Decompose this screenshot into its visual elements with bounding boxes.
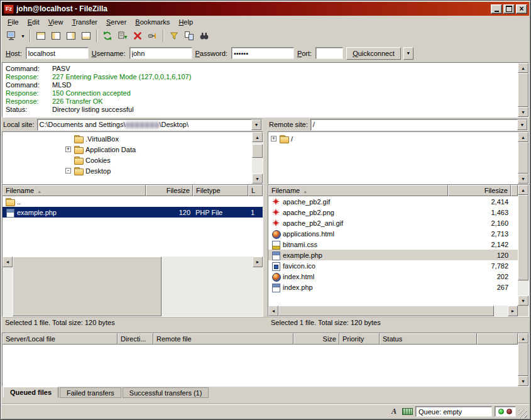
queue-column-priority[interactable]: Priority [339,333,380,345]
column-header-filetype[interactable]: Filetype [193,185,248,196]
menu-edit[interactable]: Edit [23,17,44,27]
scroll-up-button[interactable] [518,185,528,195]
scroll-thumb[interactable] [518,142,528,174]
scroll-track[interactable] [518,73,528,107]
scroll-left-button[interactable] [3,257,13,267]
scroll-down-button[interactable] [518,107,528,117]
scroll-thumb[interactable] [518,73,528,107]
scroll-down-button[interactable] [252,174,263,184]
column-header-last-modified[interactable]: L [248,185,263,196]
cancel-button[interactable] [130,29,145,43]
expand-icon[interactable]: + [65,146,71,152]
vertical-splitter[interactable] [263,184,268,317]
queue-scrollbar[interactable] [518,333,528,386]
column-header-filename[interactable]: Filename [268,185,448,196]
encryption-indicator-icon[interactable] [402,408,413,415]
scroll-thumb[interactable] [518,195,528,280]
transfer-type-icon[interactable] [388,407,400,417]
scroll-right-button[interactable] [508,306,518,316]
file-row[interactable]: apache_pb2.gif2,414 [268,196,518,207]
vertical-splitter[interactable] [263,118,268,184]
collapse-icon[interactable]: - [65,168,71,174]
filter-button[interactable] [167,29,182,43]
filezilla-logo-icon[interactable] [4,4,14,14]
host-input[interactable] [26,47,89,59]
menu-bookmarks[interactable]: Bookmarks [131,17,174,27]
queue-column-remote-file[interactable]: Remote file [153,333,293,345]
site-manager-button[interactable] [4,29,19,43]
remote-path-combobox[interactable]: / [310,119,528,131]
file-row-highlighted[interactable]: example.php120 [268,250,518,260]
file-row[interactable]: applications.html2,713 [268,228,518,239]
local-list-hscrollbar[interactable] [3,257,263,317]
tree-item-cookies[interactable]: Cookies [3,155,252,165]
column-header-filename[interactable]: Filename [3,185,146,196]
process-queue-button[interactable] [115,29,130,43]
menu-help[interactable]: Help [174,17,197,27]
menu-server[interactable]: Server [102,17,131,27]
scroll-down-button[interactable] [518,296,528,306]
menu-view[interactable]: View [44,17,68,27]
column-header-filesize[interactable]: Filesize [146,185,193,196]
menu-file[interactable]: File [3,17,23,27]
local-path-text[interactable]: C:\Documents and Settings\\Desktop\ [38,119,251,130]
compare-button[interactable] [182,29,197,43]
remote-path-text[interactable]: / [311,119,517,130]
quickconnect-dropdown-button[interactable] [403,47,413,60]
scroll-up-button[interactable] [252,132,263,142]
file-row[interactable]: apache_pb2.png1,463 [268,207,518,218]
queue-column-status[interactable]: Status [380,333,477,345]
remote-tree-scrollbar[interactable] [518,132,528,184]
scroll-down-button[interactable] [518,174,528,184]
refresh-button[interactable] [100,29,115,43]
queue-column-direction[interactable]: Directi... [118,333,153,345]
column-header-filesize[interactable]: Filesize [448,185,511,196]
scroll-thumb[interactable] [252,144,263,158]
file-row[interactable]: index.php267 [268,282,518,292]
local-path-dropdown-button[interactable] [251,119,261,130]
scroll-track[interactable] [518,142,528,174]
scroll-thumb[interactable] [278,306,494,316]
file-row-selected[interactable]: example.php 120 PHP File 1 [3,207,263,218]
password-input[interactable] [231,47,294,59]
file-row[interactable]: bitnami.css2,142 [268,239,518,250]
file-row[interactable]: apache_pb2_ani.gif2,160 [268,218,518,228]
toggle-queue-button[interactable] [79,29,94,43]
tree-item-virtualbox[interactable]: .VirtualBox [3,133,252,144]
quickconnect-button[interactable]: Quickconnect [346,47,401,60]
scroll-thumb[interactable] [518,343,528,376]
scroll-down-button[interactable] [518,376,528,386]
close-button[interactable] [516,4,527,14]
queue-column-server-local-file[interactable]: Server/Local file [3,333,118,345]
toggle-message-log-button[interactable] [33,29,48,43]
scroll-track[interactable] [252,142,263,174]
maximize-button[interactable] [503,4,515,14]
horizontal-splitter[interactable] [2,328,529,333]
toggle-local-tree-button[interactable] [48,29,63,43]
remote-path-dropdown-button[interactable] [517,119,527,130]
scroll-up-button[interactable] [518,63,528,73]
scroll-track[interactable] [278,306,508,316]
port-input[interactable] [315,47,343,59]
remote-list-scrollbar[interactable] [518,185,528,306]
tree-item-application-data[interactable]: +Application Data [3,144,252,155]
disconnect-button[interactable] [145,29,160,43]
file-row-parent-dir[interactable]: .. [3,196,263,207]
toggle-remote-tree-button[interactable] [63,29,79,43]
scroll-up-button[interactable] [518,333,528,343]
scroll-track[interactable] [518,195,528,296]
tree-item-desktop[interactable]: -Desktop [3,165,252,176]
scroll-left-button[interactable] [268,306,278,316]
menu-transfer[interactable]: Transfer [67,17,102,27]
minimize-button[interactable] [491,4,502,14]
local-path-combobox[interactable]: C:\Documents and Settings\\Desktop\ [37,119,262,131]
expand-icon[interactable]: + [271,136,276,141]
site-manager-dropdown-button[interactable] [19,29,27,43]
tab-failed-transfers[interactable]: Failed transfers [60,387,121,398]
file-row[interactable]: favicon.ico7,782 [268,260,518,271]
username-input[interactable] [129,47,192,59]
scroll-track[interactable] [13,257,253,317]
scroll-up-button[interactable] [518,132,528,142]
tree-item-root[interactable]: +/ [268,133,518,144]
scroll-thumb[interactable] [13,257,161,317]
